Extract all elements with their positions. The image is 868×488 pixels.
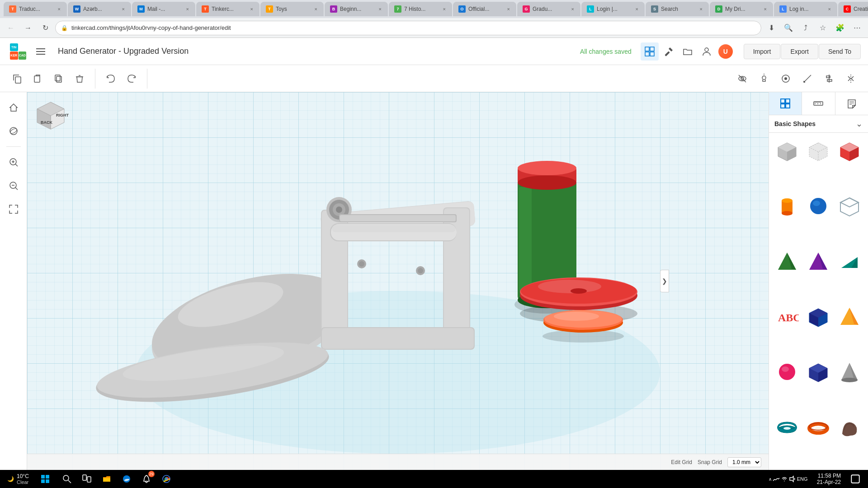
menu-icon — [36, 47, 45, 56]
back-button[interactable]: ← — [4, 21, 18, 35]
notification-center-button[interactable] — [846, 470, 864, 488]
system-clock[interactable]: 11:58 PM 21-Apr-22 — [813, 473, 844, 485]
tab-7[interactable]: O Official... × — [453, 2, 516, 16]
mirror-button[interactable] — [841, 69, 861, 89]
download-button[interactable]: ⬇ — [764, 21, 778, 35]
tab-4[interactable]: T Toys × — [260, 2, 324, 16]
taskbar-taskview-button[interactable] — [78, 470, 96, 488]
shape-pyramid-purple[interactable] — [804, 247, 833, 276]
share-button[interactable]: ⤴ — [798, 21, 813, 35]
shape-cube-navy[interactable] — [804, 357, 833, 386]
refresh-button[interactable]: ↻ — [38, 21, 52, 35]
delete-button[interactable] — [70, 69, 90, 89]
shape-cube-blue[interactable] — [804, 302, 833, 331]
panel-tab-notes[interactable] — [835, 92, 868, 115]
shape-outline-gray[interactable] — [835, 192, 864, 221]
shape-text-red[interactable]: ABC — [773, 302, 802, 331]
zoom-button[interactable]: 🔍 — [781, 21, 796, 35]
shape-box-gray[interactable] — [773, 136, 802, 165]
panel-tab-grid[interactable] — [769, 92, 802, 115]
designs-button[interactable] — [679, 42, 697, 61]
shape-torus-teal[interactable] — [773, 413, 802, 442]
shape-cone-gray[interactable] — [835, 357, 864, 386]
collapse-panel-button[interactable]: ❯ — [660, 270, 669, 292]
sendto-button[interactable]: Send To — [819, 44, 861, 59]
avatar-button[interactable]: U — [717, 42, 735, 61]
shape-sphere-pink[interactable] — [773, 357, 802, 386]
redo-button[interactable] — [122, 69, 142, 89]
taskbar-chrome-button[interactable] — [157, 470, 175, 488]
shape-box-wireframe[interactable] — [804, 136, 833, 165]
shape-box-red[interactable] — [835, 136, 864, 165]
taskbar-search-button[interactable] — [58, 470, 76, 488]
shape-pyramid-yellow[interactable] — [835, 302, 864, 331]
view-cube[interactable]: RIGHT BACK — [33, 98, 69, 134]
canvas-area[interactable]: RIGHT BACK ❯ Edit Grid Snap Grid 1.0 mm … — [27, 92, 769, 470]
measure-button[interactable] — [797, 69, 817, 89]
zoom-in-button[interactable] — [4, 152, 24, 172]
forward-button[interactable]: → — [21, 21, 35, 35]
orbit-button[interactable] — [4, 121, 24, 141]
category-dropdown-button[interactable]: ⌄ — [856, 119, 863, 129]
orange-disc — [542, 310, 624, 343]
align-button[interactable] — [819, 69, 839, 89]
svg-point-75 — [571, 288, 587, 294]
panel-tab-ruler[interactable] — [802, 92, 835, 115]
paste-button[interactable] — [28, 69, 48, 89]
tab-9[interactable]: L Login |... × — [581, 2, 645, 16]
shape-irregular-brown[interactable] — [835, 413, 864, 442]
taskbar-edge-button[interactable] — [118, 470, 136, 488]
start-button[interactable] — [34, 470, 56, 488]
folder-icon — [683, 47, 693, 56]
shape-torus-orange[interactable] — [804, 413, 833, 442]
tab-12[interactable]: L Log in... × — [774, 2, 837, 16]
tab-13[interactable]: C Creativ... × — [838, 2, 868, 16]
tray-up-arrow[interactable]: ∧ — [769, 477, 772, 482]
shape-pyramid-green[interactable] — [773, 247, 802, 276]
tab-11[interactable]: D My Dri... × — [710, 2, 773, 16]
shape-sphere-blue[interactable] — [804, 192, 833, 221]
grid-view-button[interactable] — [641, 42, 659, 61]
tab-3[interactable]: T Tinkerc... × — [196, 2, 259, 16]
tab-10[interactable]: S Search × — [646, 2, 709, 16]
hamburger-menu[interactable] — [33, 43, 49, 60]
svg-point-19 — [784, 77, 787, 80]
hide-button[interactable] — [732, 69, 752, 89]
notification-badge: 29 — [148, 471, 155, 477]
duplicate-button[interactable] — [49, 69, 69, 89]
zoom-out-button[interactable] — [4, 176, 24, 196]
import-button[interactable]: Import — [744, 44, 781, 59]
tab-1[interactable]: W Azərb... × — [68, 2, 131, 16]
tab-6[interactable]: 7 7 Histo... × — [389, 2, 452, 16]
taskbar-search-icon — [62, 474, 71, 483]
tools-button[interactable] — [660, 42, 678, 61]
taskbar-notification-button[interactable]: 29 — [137, 470, 156, 488]
tab-8[interactable]: G Gradu... × — [517, 2, 580, 16]
taskbar-explorer-button[interactable] — [98, 470, 116, 488]
shape-cylinder-orange[interactable] — [773, 192, 802, 221]
fit-button[interactable] — [4, 199, 24, 219]
copy-button[interactable] — [7, 69, 27, 89]
weather-widget: 🌙 10°C Clear — [4, 473, 33, 485]
browser-menu-button[interactable]: ⋯ — [850, 21, 864, 35]
sidebar-divider — [6, 146, 21, 147]
logo: TIN KER CAD — [7, 41, 29, 62]
tab-2[interactable]: M Mail -... × — [132, 2, 195, 16]
snap-button[interactable] — [776, 69, 796, 89]
logo-blank — [19, 43, 27, 52]
address-bar[interactable]: 🔒 tinkercad.com/things/jtAfou0rvny-copy-… — [55, 21, 761, 35]
shape-wedge-teal[interactable] — [835, 247, 864, 276]
light-button[interactable] — [754, 69, 774, 89]
logo-area: TIN KER CAD — [7, 41, 49, 62]
export-button[interactable]: Export — [781, 44, 818, 59]
tab-0[interactable]: T Traduc... × — [4, 2, 67, 16]
profile-button[interactable] — [698, 42, 716, 61]
extension-button[interactable]: 🧩 — [833, 21, 847, 35]
favorites-button[interactable]: ☆ — [816, 21, 830, 35]
undo-button[interactable] — [101, 69, 121, 89]
edit-grid-label[interactable]: Edit Grid — [671, 459, 692, 465]
taskbar: 🌙 10°C Clear — [0, 470, 868, 488]
snap-grid-select[interactable]: 1.0 mm 0.5 mm 0.1 mm 2.0 mm — [727, 457, 761, 467]
home-view-button[interactable] — [4, 98, 24, 117]
tab-5[interactable]: B Beginn... × — [325, 2, 388, 16]
